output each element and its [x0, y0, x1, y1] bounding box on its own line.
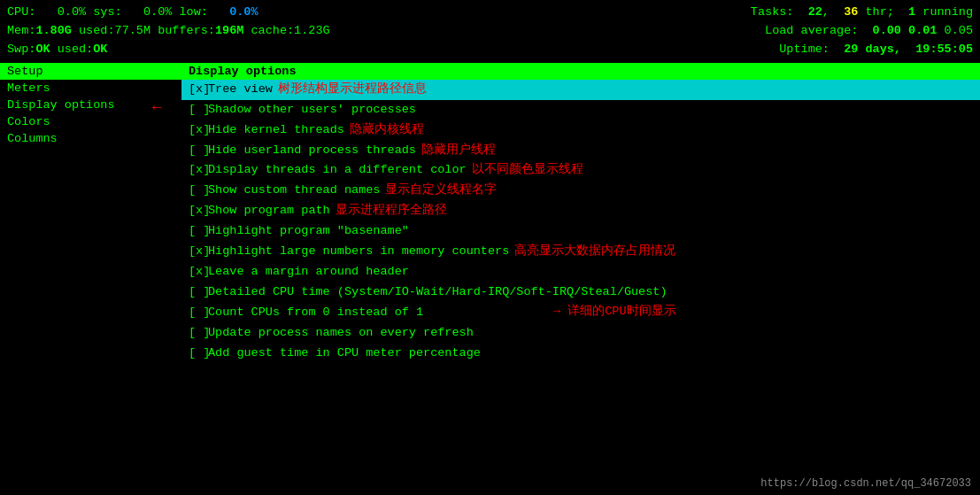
annotation-2: 隐藏内核线程 [350, 121, 424, 140]
option-label-0: Tree view [208, 81, 273, 99]
stats-row-1: CPU: 0.0% sys: 0.0% low: 0.0% Tasks: 22 … [7, 4, 973, 22]
tasks-value1: 22 [801, 4, 822, 22]
checkbox-9[interactable]: [x] [189, 263, 204, 282]
load-val2: 0.01 [901, 22, 938, 41]
option-row-9[interactable]: [x] Leave a margin around header [181, 262, 980, 282]
sidebar-item-meters[interactable]: Meters [0, 80, 181, 97]
checkbox-1[interactable]: [ ] [189, 101, 204, 120]
content-panel: Display options [x] Tree view 树形结构显示进程路径… [181, 63, 980, 491]
sys-value: 0.0% [129, 4, 173, 22]
spacer3 [107, 41, 779, 59]
tasks-label: Tasks: [751, 4, 801, 22]
option-label-1: Shadow other users' processes [208, 101, 416, 120]
cpu-detail-annotation: → 详细的CPU时间显示 [553, 303, 676, 321]
cpu-value: 0.0% [50, 4, 87, 22]
option-row-10[interactable]: [ ] Detailed CPU time (System/IO-Wait/Ha… [181, 282, 980, 303]
swpused-value: OK [93, 41, 107, 59]
option-row-3[interactable]: [ ] Hide userland process threads 隐藏用户线程 [181, 141, 980, 161]
used-value: 77.5M [115, 22, 151, 41]
swp-value: OK [35, 41, 50, 59]
option-label-11: Count CPUs from 0 instead of 1 [208, 304, 423, 322]
option-label-7: Highlight program "basename" [208, 222, 409, 241]
option-row-11[interactable]: [ ] Count CPUs from 0 instead of 1 → 详细的… [181, 303, 980, 323]
stats-row-3: Swp: OK used: OK Uptime: 29 days, 19:55:… [7, 41, 973, 59]
running-value: 1 [901, 4, 915, 22]
option-row-4[interactable]: [x] Display threads in a different color… [181, 160, 980, 181]
uptime-label: Uptime: [779, 41, 837, 59]
checkbox-12[interactable]: [ ] [189, 324, 204, 343]
option-label-10: Detailed CPU time (System/IO-Wait/Hard-I… [208, 283, 667, 302]
option-row-7[interactable]: [ ] Highlight program "basename" [181, 221, 980, 242]
checkbox-5[interactable]: [ ] [189, 182, 204, 200]
annotation-4: 以不同颜色显示线程 [472, 161, 583, 180]
option-label-8: Highlight large numbers in memory counte… [208, 243, 509, 261]
footer-url: https://blog.csdn.net/qq_34672033 [760, 477, 971, 490]
tasks-comma: , [822, 4, 837, 22]
load-val3: 0.05 [937, 22, 973, 41]
option-label-4: Display threads in a different color [208, 161, 467, 180]
option-label-12: Update process names on every refresh [208, 324, 474, 343]
option-label-13: Add guest time in CPU meter percentage [208, 344, 481, 363]
option-row-13[interactable]: [ ] Add guest time in CPU meter percenta… [181, 344, 980, 364]
checkbox-7[interactable]: [ ] [189, 222, 204, 241]
checkbox-3[interactable]: [ ] [189, 142, 204, 160]
option-label-6: Show program path [208, 202, 330, 220]
checkbox-13[interactable]: [ ] [189, 344, 204, 363]
spacer2 [330, 22, 765, 41]
option-row-6[interactable]: [x] Show program path 显示进程程序全路径 [181, 201, 980, 221]
checkbox-0[interactable]: [x] [189, 81, 204, 99]
buffers-value: 196M [215, 22, 243, 41]
main-area: Setup Meters Display options ← Colors Co… [0, 63, 980, 491]
sidebar-item-setup[interactable]: Setup [0, 63, 181, 80]
stats-row-2: Mem: 1.80G used: 77.5M buffers: 196M cac… [7, 22, 973, 41]
checkbox-8[interactable]: [x] [189, 243, 204, 261]
mem-label: Mem: [7, 22, 35, 41]
low-label: low: [172, 4, 215, 22]
annotation-0: 树形结构显示进程路径信息 [278, 81, 427, 99]
swpused-label: used: [50, 41, 94, 59]
sidebar-arrow-icon: ← [152, 98, 162, 116]
sidebar-item-display-options[interactable]: Display options ← [0, 97, 181, 113]
cache-label: cache: [243, 22, 294, 41]
cache-value: 1.23G [294, 22, 330, 41]
option-row-0[interactable]: [x] Tree view 树形结构显示进程路径信息 [181, 80, 980, 100]
option-row-2[interactable]: [x] Hide kernel threads 隐藏内核线程 [181, 120, 980, 141]
uptime-value: 29 days, 19:55:05 [837, 41, 973, 59]
used-label: used: [72, 22, 115, 41]
option-row-12[interactable]: [ ] Update process names on every refres… [181, 323, 980, 344]
sys-label: sys: [86, 4, 129, 22]
option-label-3: Hide userland process threads [208, 142, 416, 160]
option-label-9: Leave a margin around header [208, 263, 409, 282]
top-bar: CPU: 0.0% sys: 0.0% low: 0.0% Tasks: 22 … [0, 0, 980, 63]
sidebar-item-columns[interactable]: Columns [0, 130, 181, 147]
option-row-5[interactable]: [ ] Show custom thread names 显示自定义线程名字 [181, 181, 980, 201]
option-label-5: Show custom thread names [208, 182, 380, 200]
checkbox-11[interactable]: [ ] [189, 304, 204, 322]
option-label-2: Hide kernel threads [208, 121, 344, 140]
annotation-5: 显示自定义线程名字 [385, 182, 497, 200]
buffers-label: buffers: [150, 22, 215, 41]
load-label: Load average: [765, 22, 865, 41]
running-label: running [915, 4, 973, 22]
option-row-8[interactable]: [x] Highlight large numbers in memory co… [181, 242, 980, 262]
content-header: Display options [181, 63, 980, 80]
load-val1: 0.00 [865, 22, 901, 41]
annotation-6: 显示进程程序全路径 [336, 202, 447, 220]
swp-label: Swp: [7, 41, 35, 59]
checkbox-4[interactable]: [x] [189, 161, 204, 180]
thr-label: thr; [858, 4, 901, 22]
annotation-8: 高亮显示大数据内存占用情况 [514, 243, 675, 261]
option-row-1[interactable]: [ ] Shadow other users' processes [181, 100, 980, 120]
checkbox-10[interactable]: [ ] [189, 283, 204, 302]
mem-value: 1.80G [35, 22, 72, 41]
checkbox-2[interactable]: [x] [189, 121, 204, 140]
low-value: 0.0% [215, 4, 259, 22]
tasks-value2: 36 [837, 4, 858, 22]
cpu-label: CPU: [7, 4, 50, 22]
sidebar: Setup Meters Display options ← Colors Co… [0, 63, 181, 491]
checkbox-6[interactable]: [x] [189, 202, 204, 220]
spacer1 [259, 4, 751, 22]
annotation-3: 隐藏用户线程 [421, 142, 496, 160]
